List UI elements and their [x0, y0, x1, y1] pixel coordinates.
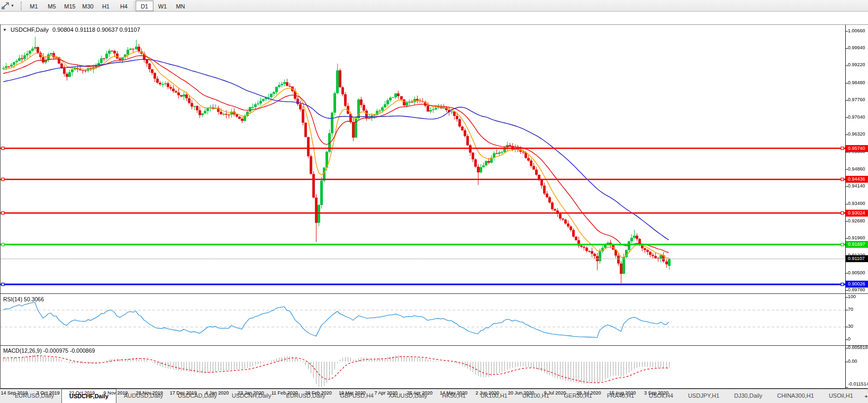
chart-ohlc-values: 0.90804 0.91118 0.90637 0.91107: [52, 26, 140, 33]
toolbar: ▼ M1M5M15M30H1H4D1W1MN: [0, 0, 868, 12]
tab-scroll-left-icon[interactable]: ◄: [864, 394, 868, 399]
timeframe-button-h4[interactable]: H4: [115, 1, 133, 11]
timeframe-button-mn[interactable]: MN: [171, 1, 189, 11]
price-axis[interactable]: [845, 24, 868, 388]
toolbar-separator: [134, 1, 134, 11]
timeframe-button-d1[interactable]: D1: [135, 1, 153, 11]
trading-terminal: ▼ M1M5M15M30H1H4D1W1MN ▼ USDCHF,Daily 0.…: [0, 0, 868, 403]
timeframe-button-m30[interactable]: M30: [79, 1, 97, 11]
chart-title: ▼ USDCHF,Daily 0.90804 0.91118 0.90637 0…: [3, 26, 140, 33]
rsi-indicator-label: RSI(14) 50.3066: [3, 296, 44, 302]
chevron-down-icon: ▼: [11, 4, 14, 7]
timeframe-button-m5[interactable]: M5: [43, 1, 61, 11]
timeframe-button-m1[interactable]: M1: [25, 1, 43, 11]
time-axis[interactable]: [0, 388, 845, 401]
timeframe-button-h1[interactable]: H1: [97, 1, 115, 11]
chart-canvas[interactable]: [0, 24, 868, 401]
timeframe-buttons: M1M5M15M30H1H4D1W1MN: [25, 1, 189, 11]
chart-window: ▼ USDCHF,Daily 0.90804 0.91118 0.90637 0…: [0, 12, 868, 389]
timeframe-button-w1[interactable]: W1: [153, 1, 171, 11]
trendline-tool-icon: [1, 2, 9, 10]
toolbar-grip[interactable]: [21, 2, 22, 10]
macd-indicator-label: MACD(12,26,9) -0.000975 -0.000869: [3, 347, 95, 354]
chart-collapse-icon[interactable]: ▼: [3, 28, 7, 32]
trendline-tool-button[interactable]: ▼: [0, 0, 17, 12]
timeframe-button-m15[interactable]: M15: [61, 1, 79, 11]
chart-symbol-label: USDCHF,Daily: [11, 26, 49, 33]
